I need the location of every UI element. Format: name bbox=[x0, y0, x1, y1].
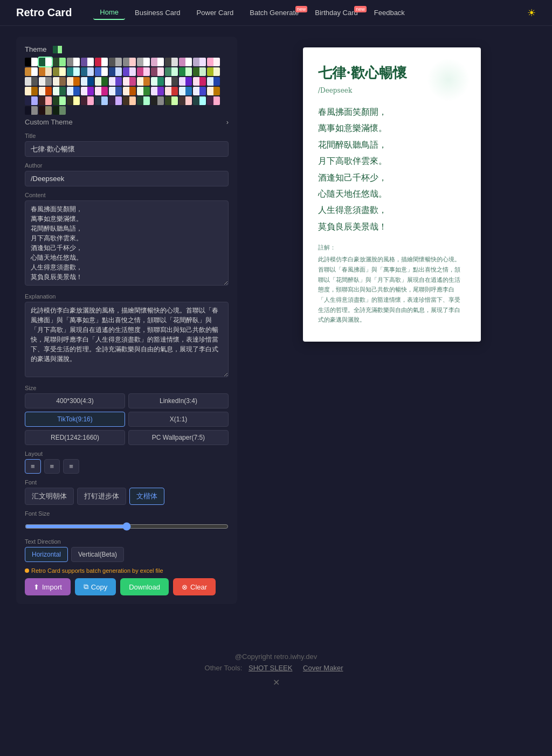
color-swatch[interactable] bbox=[67, 77, 80, 86]
color-swatch[interactable] bbox=[165, 67, 178, 76]
color-swatch[interactable] bbox=[81, 77, 94, 86]
color-swatch[interactable] bbox=[67, 87, 80, 95]
color-swatch[interactable] bbox=[193, 67, 206, 76]
color-swatch[interactable] bbox=[53, 58, 66, 66]
color-swatch[interactable] bbox=[207, 77, 220, 86]
color-swatch[interactable] bbox=[123, 67, 136, 76]
color-swatch[interactable] bbox=[123, 87, 136, 95]
direction-btn-horizontal[interactable]: Horizontal bbox=[25, 547, 68, 562]
color-swatch[interactable] bbox=[179, 96, 192, 105]
color-swatch[interactable] bbox=[95, 87, 108, 95]
color-swatch[interactable] bbox=[123, 96, 136, 105]
layout-btn-right[interactable]: ≡ bbox=[63, 459, 79, 474]
color-swatch[interactable] bbox=[109, 87, 122, 95]
color-swatch[interactable] bbox=[109, 96, 122, 105]
font-btn-wenkai[interactable]: 文楷体 bbox=[129, 488, 164, 505]
color-swatch[interactable] bbox=[151, 96, 164, 105]
color-swatch[interactable] bbox=[109, 67, 122, 76]
color-swatch[interactable] bbox=[53, 87, 66, 95]
color-swatch[interactable] bbox=[53, 67, 66, 76]
size-btn-x[interactable]: X(1:1) bbox=[128, 412, 229, 427]
color-swatch[interactable] bbox=[25, 67, 38, 76]
color-swatch[interactable] bbox=[81, 96, 94, 105]
color-swatch[interactable] bbox=[95, 67, 108, 76]
color-swatch[interactable] bbox=[95, 58, 108, 66]
color-swatch[interactable] bbox=[193, 87, 206, 95]
nav-link-feedback[interactable]: Feedback bbox=[368, 6, 411, 19]
color-swatch[interactable] bbox=[179, 58, 192, 66]
color-swatch[interactable] bbox=[25, 77, 38, 86]
color-swatch[interactable] bbox=[67, 96, 80, 105]
color-swatch[interactable] bbox=[165, 96, 178, 105]
color-swatch[interactable] bbox=[123, 77, 136, 86]
nav-link-power-card[interactable]: Power Card bbox=[190, 6, 240, 19]
color-swatch[interactable] bbox=[95, 96, 108, 105]
color-swatch[interactable] bbox=[25, 87, 38, 95]
nav-link-birthday-card[interactable]: Birthday Cardnew bbox=[308, 6, 364, 19]
copy-button[interactable]: ⧉ Copy bbox=[75, 578, 116, 595]
color-swatch[interactable] bbox=[25, 106, 38, 115]
color-swatch[interactable] bbox=[207, 96, 220, 105]
color-swatch[interactable] bbox=[151, 67, 164, 76]
layout-btn-left[interactable]: ≡ bbox=[25, 459, 41, 474]
color-swatch[interactable] bbox=[179, 77, 192, 86]
nav-link-batch-generate[interactable]: Batch Generatenew bbox=[243, 6, 305, 19]
explanation-textarea[interactable]: 此詩模仿李白豪放灑脫的風格，描繪閑懷暢快的心境。首聯以「春風拂面」與「萬事如意」… bbox=[25, 302, 229, 377]
color-swatch[interactable] bbox=[39, 106, 52, 115]
color-swatch[interactable] bbox=[39, 87, 52, 95]
color-swatch[interactable] bbox=[165, 87, 178, 95]
title-input[interactable] bbox=[25, 141, 229, 157]
color-swatch[interactable] bbox=[179, 67, 192, 76]
color-swatch[interactable] bbox=[137, 77, 150, 86]
footer-close-icon[interactable]: ✕ bbox=[16, 677, 536, 688]
color-swatch[interactable] bbox=[151, 77, 164, 86]
color-swatch[interactable] bbox=[179, 87, 192, 95]
author-input[interactable] bbox=[25, 171, 229, 186]
color-swatch[interactable] bbox=[25, 96, 38, 105]
color-swatch[interactable] bbox=[39, 77, 52, 86]
custom-theme-row[interactable]: Custom Theme › bbox=[25, 118, 229, 126]
color-swatch[interactable] bbox=[165, 58, 178, 66]
color-swatch[interactable] bbox=[151, 87, 164, 95]
color-swatch[interactable] bbox=[81, 67, 94, 76]
size-btn-4-3[interactable]: 400*300(4:3) bbox=[25, 393, 125, 408]
color-swatch[interactable] bbox=[39, 96, 52, 105]
nav-link-home[interactable]: Home bbox=[93, 5, 125, 20]
download-button[interactable]: Download bbox=[120, 578, 169, 595]
color-swatch[interactable] bbox=[137, 96, 150, 105]
color-swatch[interactable] bbox=[53, 77, 66, 86]
color-swatch[interactable] bbox=[25, 58, 38, 66]
color-swatch[interactable] bbox=[39, 58, 52, 66]
color-swatch[interactable] bbox=[207, 58, 220, 66]
color-swatch[interactable] bbox=[109, 58, 122, 66]
color-swatch[interactable] bbox=[53, 106, 66, 115]
color-swatch[interactable] bbox=[207, 87, 220, 95]
nav-link-business-card[interactable]: Business Card bbox=[128, 6, 187, 19]
color-swatch[interactable] bbox=[39, 67, 52, 76]
font-size-slider[interactable] bbox=[25, 522, 229, 531]
footer-link-shot-sleek[interactable]: SHOT SLEEK bbox=[249, 664, 292, 672]
size-btn-tiktok[interactable]: TikTok(9:16) bbox=[25, 412, 125, 427]
sun-icon[interactable]: ☀ bbox=[527, 7, 536, 19]
color-swatch[interactable] bbox=[81, 87, 94, 95]
import-button[interactable]: ⬆ Import bbox=[25, 578, 71, 595]
color-swatch[interactable] bbox=[193, 58, 206, 66]
clear-button[interactable]: ⊗ Clear bbox=[173, 578, 216, 595]
color-swatch[interactable] bbox=[137, 67, 150, 76]
color-swatch[interactable] bbox=[151, 58, 164, 66]
color-swatch[interactable] bbox=[123, 58, 136, 66]
font-btn-dingjin[interactable]: 打钉进步体 bbox=[77, 488, 126, 505]
color-swatch[interactable] bbox=[193, 77, 206, 86]
color-swatch[interactable] bbox=[137, 58, 150, 66]
footer-link-cover-maker[interactable]: Cover Maker bbox=[303, 664, 343, 672]
content-textarea[interactable]: 春風拂面笑顏開， 萬事如意樂滿懷。 花間醉臥聽鳥語， 月下高歌伴雲來。 酒逢知己… bbox=[25, 200, 229, 286]
color-swatch[interactable] bbox=[95, 77, 108, 86]
color-swatch[interactable] bbox=[207, 67, 220, 76]
color-swatch[interactable] bbox=[81, 58, 94, 66]
size-btn-wallpaper[interactable]: PC Wallpaper(7:5) bbox=[128, 430, 229, 445]
font-btn-mingchao[interactable]: 汇文明朝体 bbox=[25, 488, 74, 505]
color-swatch[interactable] bbox=[137, 87, 150, 95]
color-swatch[interactable] bbox=[53, 96, 66, 105]
color-swatch[interactable] bbox=[165, 77, 178, 86]
color-swatch[interactable] bbox=[67, 67, 80, 76]
